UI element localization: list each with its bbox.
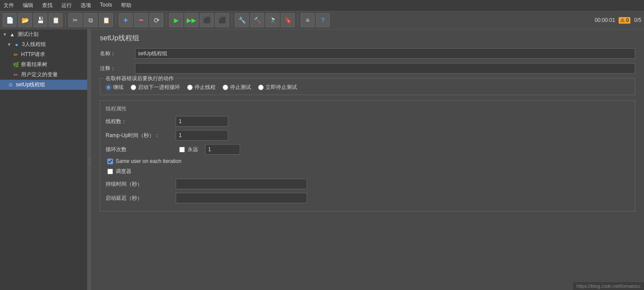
- name-row: 名称：: [100, 48, 635, 59]
- sidebar-drag-handle[interactable]: [88, 29, 91, 290]
- radio-stop-thread-input[interactable]: [187, 85, 193, 90]
- radio-stop-test-label: 停止测试: [230, 84, 251, 91]
- scheduler-text: 调度器: [116, 168, 131, 175]
- menu-file[interactable]: 文件: [2, 1, 16, 10]
- arrow-icon: ▼: [7, 42, 11, 47]
- menu-help[interactable]: 帮助: [119, 1, 133, 10]
- forever-checkbox[interactable]: [179, 147, 185, 152]
- tool3-button[interactable]: 🔭: [265, 13, 280, 27]
- duration-label: 持续时间（秒）: [106, 180, 176, 188]
- sidebar-item-user-vars[interactable]: ✂ 用户定义的变量: [0, 70, 87, 80]
- startup-delay-input[interactable]: [176, 193, 307, 203]
- thread-count-label: 线程数：: [106, 118, 176, 125]
- sidebar: ▼ ▲ 测试计划 ▼ ● 3人线程组 ✏ HTTP请求 🌿 察看结果树 ✂ 用户…: [0, 29, 88, 290]
- menu-tools[interactable]: Tools: [98, 1, 114, 10]
- comment-input[interactable]: [135, 63, 635, 74]
- copy-button[interactable]: ⧉: [84, 13, 98, 27]
- test-plan-icon: ▲: [9, 32, 16, 38]
- menubar: 文件 编辑 查找 运行 选项 Tools 帮助: [0, 0, 644, 11]
- radio-group: 继续 启动下一进程循环 停止线程 停止测试: [106, 84, 630, 91]
- main-layout: ▼ ▲ 测试计划 ▼ ● 3人线程组 ✏ HTTP请求 🌿 察看结果树 ✂ 用户…: [0, 29, 644, 290]
- startup-delay-row: 启动延迟（秒）: [106, 193, 630, 203]
- help-button[interactable]: ?: [316, 13, 330, 27]
- toolbar-separator-3: [166, 14, 166, 26]
- page-title: setUp线程组: [100, 34, 635, 43]
- timer-display: 00:00:01: [594, 17, 615, 23]
- thread-count-input[interactable]: [176, 116, 228, 127]
- loop-count-input[interactable]: [205, 144, 240, 155]
- results-icon: 🌿: [12, 62, 19, 68]
- ramp-up-row: Ramp-Up时间（秒）：: [106, 130, 630, 141]
- sidebar-item-label: HTTP请求: [21, 51, 45, 58]
- sidebar-item-label: 3人线程组: [22, 41, 46, 48]
- fieldset-legend: 在取样器错误后要执行的动作: [104, 75, 176, 82]
- radio-next-loop[interactable]: 启动下一进程循环: [131, 84, 180, 91]
- menu-find[interactable]: 查找: [40, 1, 54, 10]
- sidebar-item-thread-group[interactable]: ▼ ● 3人线程组: [0, 39, 87, 50]
- http-icon: ✏: [12, 52, 19, 58]
- tool1-button[interactable]: 🔧: [235, 13, 249, 27]
- same-user-checkbox[interactable]: [107, 159, 113, 164]
- loop-count-row: 循环次数 永远: [106, 144, 630, 155]
- radio-stop-test-now-input[interactable]: [258, 85, 264, 90]
- toolbar-separator-1: [65, 14, 66, 26]
- menu-edit[interactable]: 编辑: [21, 1, 35, 10]
- radio-continue[interactable]: 继续: [106, 84, 124, 91]
- radio-continue-input[interactable]: [106, 85, 111, 90]
- cut-button[interactable]: ✂: [68, 13, 82, 27]
- run-button[interactable]: ▶: [169, 13, 183, 27]
- content-area: setUp线程组 名称： 注释： 在取样器错误后要执行的动作 继续: [91, 29, 644, 290]
- toolbar-right: 00:00:01 ⚠ 0 0/5: [594, 17, 641, 24]
- vars-icon: ✂: [12, 72, 19, 78]
- stop-button[interactable]: ⬛: [200, 13, 214, 27]
- run-all-button[interactable]: ▶▶: [184, 13, 198, 27]
- save-all-button[interactable]: 📋: [49, 13, 63, 27]
- tool2-button[interactable]: 🔨: [250, 13, 264, 27]
- stop-all-button[interactable]: ⬛: [215, 13, 229, 27]
- sidebar-item-http-request[interactable]: ✏ HTTP请求: [0, 50, 87, 60]
- thread-count-row: 线程数：: [106, 116, 630, 127]
- radio-stop-test[interactable]: 停止测试: [223, 84, 251, 91]
- thread-group-icon: ●: [13, 42, 20, 48]
- toolbar: 📄 📂 💾 📋 ✂ ⧉ 📋 + − ⟳ ▶ ▶▶ ⬛ ⬛ 🔧 🔨 🔭 🔖 ≡ ?…: [0, 11, 644, 29]
- ramp-up-input[interactable]: [176, 130, 228, 141]
- sidebar-item-label: setUp线程组: [16, 81, 45, 88]
- menu-run[interactable]: 运行: [60, 1, 74, 10]
- radio-stop-test-now[interactable]: 立即停止测试: [258, 84, 297, 91]
- new-button[interactable]: 📄: [3, 13, 17, 27]
- thread-props-title: 线程属性: [106, 105, 630, 113]
- scheduler-label[interactable]: 调度器: [106, 168, 630, 175]
- open-button[interactable]: 📂: [18, 13, 32, 27]
- sidebar-item-setup-group[interactable]: ⚙ setUp线程组: [0, 80, 87, 90]
- menu-options[interactable]: 选项: [79, 1, 93, 10]
- sidebar-item-label: 测试计划: [18, 31, 39, 38]
- radio-stop-test-input[interactable]: [223, 85, 228, 90]
- name-input[interactable]: [135, 48, 635, 59]
- forever-checkbox-label[interactable]: 永远: [179, 146, 198, 153]
- same-user-text: Same user on each iteration: [116, 158, 181, 164]
- comment-row: 注释：: [100, 63, 635, 74]
- warning-badge: ⚠ 0: [619, 17, 630, 24]
- same-user-label[interactable]: Same user on each iteration: [106, 158, 630, 164]
- clear-button[interactable]: ⟳: [149, 13, 163, 27]
- tool4-button[interactable]: 🔖: [281, 13, 295, 27]
- sidebar-item-test-plan[interactable]: ▼ ▲ 测试计划: [0, 29, 87, 39]
- radio-next-loop-input[interactable]: [131, 85, 136, 90]
- footer-url: https://blog.csdn.net/tomatocc: [573, 282, 644, 290]
- startup-delay-label: 启动延迟（秒）: [106, 195, 176, 202]
- radio-stop-thread[interactable]: 停止线程: [187, 84, 216, 91]
- remove-button[interactable]: −: [134, 13, 148, 27]
- sidebar-item-label: 察看结果树: [21, 61, 47, 68]
- add-button[interactable]: +: [119, 13, 133, 27]
- log-button[interactable]: ≡: [301, 13, 315, 27]
- radio-stop-test-now-label: 立即停止测试: [265, 84, 297, 91]
- name-label: 名称：: [100, 50, 135, 57]
- sidebar-item-label: 用户定义的变量: [21, 71, 58, 78]
- duration-input[interactable]: [176, 179, 307, 189]
- scheduler-checkbox[interactable]: [107, 169, 113, 174]
- save-button[interactable]: 💾: [33, 13, 47, 27]
- paste-button[interactable]: 📋: [99, 13, 113, 27]
- error-display: 0/5: [634, 17, 641, 23]
- sidebar-item-results-tree[interactable]: 🌿 察看结果树: [0, 60, 87, 70]
- duration-row: 持续时间（秒）: [106, 179, 630, 189]
